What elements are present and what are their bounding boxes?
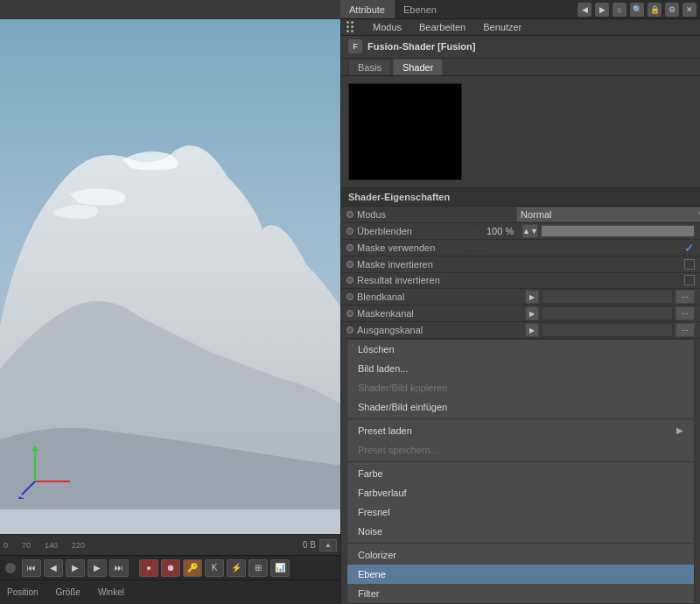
ueberblenden-bar[interactable] (541, 225, 695, 237)
status-position: Position (7, 587, 38, 597)
prop-row-blendkanal: Blendkanal ····· ▶ ··· (341, 289, 700, 306)
panel-header: F Fusion-Shader [Fusion] (341, 36, 700, 59)
end-btn[interactable]: ⏭ (109, 559, 129, 577)
ueberblenden-dots: ··· (469, 227, 486, 235)
blendkanal-arrow-btn[interactable]: ▶ (525, 290, 539, 304)
resultat-invertieren-indicator (346, 277, 354, 284)
timeline-expand-btn[interactable]: ▲ (319, 539, 337, 551)
viewport: 0 70 140 220 0 B ▲ ⏮ ◀ ▶ ▶ ⏭ ● ⏺ 🔑 (0, 19, 340, 604)
arrow-right-icon[interactable]: ▶ (595, 3, 609, 17)
menu-bearbeiten[interactable]: Bearbeiten (416, 20, 469, 34)
ueberblenden-label: Überblenden (357, 226, 412, 236)
prop-row-maske-invertieren: Maske invertieren ····· (341, 256, 700, 273)
tick-220: 220 (72, 541, 85, 550)
blendkanal-label: Blendkanal (357, 291, 404, 302)
record-dot (5, 563, 16, 573)
prop-row-ausgangskanal: Ausgangskanal ·· ▶ ··· (341, 322, 700, 339)
modus-label: Modus (357, 209, 386, 220)
ueberblenden-value: 100 % (486, 226, 520, 236)
ctx-sep-3 (347, 543, 694, 544)
key-mode-btn[interactable]: K (205, 559, 224, 577)
rewind-btn[interactable]: ⏮ (22, 559, 41, 577)
axis-indicator (18, 446, 70, 499)
ctx-bild-laden[interactable]: Bild laden... (347, 359, 694, 378)
blendkanal-more-btn[interactable]: ··· (676, 290, 695, 304)
maskenkanal-arrow-btn[interactable]: ▶ (525, 306, 539, 320)
modus-value: Normal (521, 209, 551, 220)
modus-indicator (346, 211, 354, 218)
fusion-icon: F (348, 39, 362, 53)
right-panel: Modus Bearbeiten Benutzer F Fusion-Shade… (340, 19, 700, 604)
tick-140: 140 (45, 541, 58, 550)
tab-shader[interactable]: Shader (393, 59, 443, 75)
lock-icon[interactable]: 🔒 (648, 3, 662, 17)
tab-ebenen[interactable]: Ebenen (395, 0, 445, 18)
ctx-filter[interactable]: Filter (347, 584, 694, 603)
snap-btn[interactable]: ⊞ (248, 559, 268, 577)
auto-key-btn[interactable]: ⏺ (161, 559, 180, 577)
key-btn[interactable]: 🔑 (183, 559, 202, 577)
ctx-sep-2 (347, 461, 694, 462)
arrow-left-icon[interactable]: ◀ (578, 3, 592, 17)
ausgangskanal-more-btn[interactable]: ··· (676, 323, 695, 337)
ausgangskanal-arrow-btn[interactable]: ▶ (525, 323, 539, 337)
step-fwd-btn[interactable]: ▶ (88, 559, 107, 577)
tab-attribute[interactable]: Attribute (340, 0, 395, 18)
tab-basis[interactable]: Basis (348, 59, 391, 75)
maske-verwenden-check[interactable]: ✓ (684, 241, 695, 255)
frame-indicator: 0 B (303, 540, 316, 550)
section-header-shader: Shader-Eigenschaften (341, 187, 700, 207)
svg-marker-6 (18, 496, 24, 499)
svg-line-5 (22, 481, 35, 495)
ueberblenden-indicator (346, 228, 354, 235)
ctx-shader-bild-kopieren: Shader/Bild kopieren (347, 378, 694, 397)
maske-invertieren-checkbox[interactable] (684, 259, 695, 270)
maske-invertieren-indicator (346, 261, 354, 268)
ctx-colorizer[interactable]: Colorizer (347, 545, 694, 565)
status-groesse: Größe (56, 587, 80, 597)
home-icon[interactable]: ⌂ (612, 3, 626, 17)
ctx-shader-bild-einfuegen[interactable]: Shader/Bild einfügen (347, 397, 694, 417)
resultat-invertieren-checkbox[interactable] (684, 275, 695, 285)
panel-tabs: Basis Shader (341, 59, 700, 77)
timeline-btn[interactable]: 📊 (270, 559, 290, 577)
filter-btn[interactable]: ⚡ (227, 559, 246, 577)
resultat-invertieren-dots: ·· (469, 276, 684, 284)
menu-bar: Modus Bearbeiten Benutzer (341, 19, 700, 36)
close-icon[interactable]: ✕ (682, 3, 696, 17)
maske-invertieren-dots: ····· (469, 260, 684, 269)
ctx-loeschen[interactable]: Löschen (347, 340, 694, 359)
preset-laden-arrow: ▶ (676, 425, 683, 435)
settings-icon[interactable]: ⚙ (665, 3, 679, 17)
maskenkanal-more-btn[interactable]: ··· (676, 306, 695, 320)
svg-marker-4 (32, 446, 38, 451)
ausgangskanal-label: Ausgangskanal (357, 325, 423, 335)
maske-verwenden-dots: ····· (469, 243, 684, 252)
ausgangskanal-bar (542, 323, 673, 337)
maskenkanal-label: Maskenkanal (357, 308, 414, 319)
ctx-farbverlauf[interactable]: Farbverlauf (347, 483, 694, 502)
prop-row-modus: Modus ············ Normal ▼ (341, 207, 700, 223)
search-icon[interactable]: 🔍 (630, 3, 644, 17)
panel-title: Fusion-Shader [Fusion] (368, 41, 475, 52)
ctx-preset-laden[interactable]: Preset laden ▶ (347, 421, 694, 440)
tick-0: 0 (4, 541, 8, 550)
ctx-noise[interactable]: Noise (347, 522, 694, 541)
status-winkel: Winkel (98, 587, 124, 597)
prop-row-ueberblenden: Überblenden ··· 100 % ▲▼ (341, 223, 700, 240)
ctx-ebene[interactable]: Ebene (347, 565, 694, 584)
prop-row-resultat-invertieren: Resultat invertieren ·· (341, 273, 700, 290)
blendkanal-dots: ····· (469, 292, 525, 301)
modus-dropdown[interactable]: Normal ▼ (516, 207, 700, 222)
maskenkanal-bar (542, 306, 673, 320)
ueberblenden-stepper[interactable]: ▲▼ (522, 224, 538, 238)
ctx-fresnel[interactable]: Fresnel (347, 502, 694, 522)
menu-benutzer[interactable]: Benutzer (480, 20, 525, 34)
ctx-farbe[interactable]: Farbe (347, 464, 694, 483)
record-btn[interactable]: ● (139, 559, 158, 577)
menu-modus[interactable]: Modus (369, 20, 405, 34)
play-btn[interactable]: ▶ (66, 559, 85, 577)
step-back-btn[interactable]: ◀ (44, 559, 63, 577)
blendkanal-indicator (346, 293, 354, 300)
maske-verwenden-indicator (346, 244, 354, 251)
